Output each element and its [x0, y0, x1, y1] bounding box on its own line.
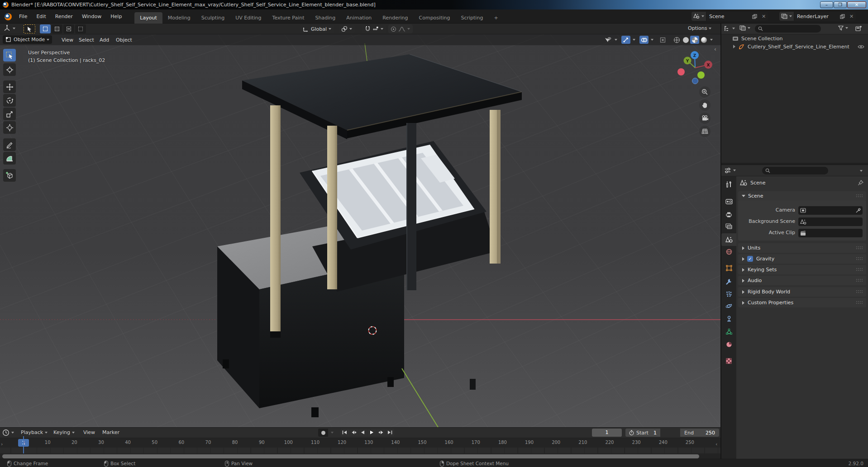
tab-modifiers[interactable] [721, 275, 736, 288]
add-workspace-button[interactable]: + [488, 12, 503, 24]
tab-physics[interactable] [721, 300, 736, 312]
outliner-search-input[interactable] [755, 25, 821, 33]
tab-particles[interactable] [721, 288, 736, 300]
tab-constraints[interactable] [721, 312, 736, 325]
background-scene-field[interactable] [798, 217, 863, 226]
tool-cursor[interactable] [3, 63, 16, 76]
select-mode-set[interactable] [40, 24, 51, 33]
viewport-menu-view[interactable]: View [58, 34, 77, 45]
next-keyframe-button[interactable] [377, 429, 385, 436]
outliner-filter-button[interactable] [838, 25, 848, 31]
workspace-tab-rendering[interactable]: Rendering [377, 12, 413, 24]
pan-hand-icon[interactable] [699, 99, 711, 111]
close-button[interactable]: ✕ [847, 1, 866, 8]
tab-scene[interactable] [721, 233, 736, 246]
sidebar-toggle-arrow[interactable]: ‹ [714, 46, 716, 52]
tab-view-layer[interactable] [721, 220, 736, 232]
workspace-tab-shading[interactable]: Shading [310, 12, 341, 24]
timeline-left-collapse-arrow[interactable]: › [1, 441, 3, 447]
zoom-icon[interactable] [699, 86, 711, 98]
editor-type-button[interactable] [3, 24, 15, 32]
timeline-scrollbar-thumb[interactable] [2, 454, 699, 458]
show-object-types-icon[interactable] [603, 36, 612, 44]
tool-scale[interactable] [3, 108, 16, 120]
view-layer-name[interactable]: RenderLayer [794, 12, 838, 21]
scene-name[interactable]: Scene [706, 12, 750, 21]
blender-logo-icon[interactable] [5, 13, 12, 20]
menu-window[interactable]: Window [77, 9, 106, 24]
scene-selector-icon[interactable] [692, 12, 706, 21]
snap-dropdown[interactable] [362, 24, 386, 33]
workspace-tab-texture-paint[interactable]: Texture Paint [267, 12, 310, 24]
menu-edit[interactable]: Edit [32, 9, 50, 24]
maximize-button[interactable]: ❐ [834, 1, 847, 8]
panel-header-scene[interactable]: Scene [738, 191, 866, 201]
viewport-menu-select[interactable]: Select [75, 34, 98, 45]
workspace-tab-animation[interactable]: Animation [341, 12, 377, 24]
minimize-button[interactable]: – [820, 1, 833, 8]
transform-orientation-dropdown[interactable]: Global [300, 24, 334, 33]
tab-texture[interactable] [721, 354, 736, 367]
tab-object[interactable] [721, 262, 736, 274]
tool-transform[interactable] [3, 121, 16, 134]
tool-move[interactable] [3, 80, 16, 93]
properties-options-dropdown[interactable] [860, 170, 863, 172]
outliner-display-mode-button[interactable] [739, 25, 750, 31]
tool-rotate[interactable] [3, 94, 16, 107]
workspace-tab-scripting[interactable]: Scripting [455, 12, 488, 24]
play-reverse-button[interactable] [358, 429, 367, 436]
perspective-toggle-icon[interactable] [699, 126, 711, 137]
navigation-gizmo[interactable]: Z Y X [670, 34, 720, 93]
panel-header-custom-properties[interactable]: Custom Properties [738, 298, 866, 307]
frame-start-field[interactable]: Start 1 [625, 429, 660, 437]
tab-output[interactable] [721, 208, 736, 221]
select-mode-subtract[interactable] [63, 24, 74, 33]
new-collection-button[interactable] [855, 25, 862, 32]
timeline-menu-marker[interactable]: Marker [102, 429, 119, 435]
prev-keyframe-button[interactable] [349, 429, 358, 436]
frame-end-field[interactable]: End 250 [680, 429, 719, 437]
scene-copy-icon[interactable] [750, 12, 759, 21]
view-layer-selector-icon[interactable] [779, 12, 794, 21]
viewport-menu-add[interactable]: Add [96, 34, 113, 45]
tool-measure[interactable] [3, 152, 16, 165]
tab-world[interactable] [721, 245, 736, 258]
properties-search-input[interactable] [762, 167, 828, 175]
timeline-channel-strip[interactable] [0, 448, 720, 453]
active-clip-field[interactable] [798, 229, 863, 237]
jump-to-start-button[interactable] [340, 429, 349, 436]
3d-scene[interactable] [0, 34, 720, 427]
select-mode-invert[interactable] [75, 24, 86, 33]
gizmos-toggle-icon[interactable] [621, 36, 630, 44]
panel-expand-arrow[interactable] [742, 195, 745, 197]
visibility-eye-icon[interactable] [858, 44, 864, 49]
model-tabletop[interactable] [242, 54, 522, 139]
pin-icon[interactable] [858, 180, 863, 186]
menu-file[interactable]: File [14, 9, 32, 24]
camera-view-icon[interactable] [699, 113, 711, 124]
xray-toggle-icon[interactable] [658, 36, 667, 44]
pivot-point-dropdown[interactable] [339, 24, 355, 33]
workspace-tab-uv-editing[interactable]: UV Editing [230, 12, 267, 24]
outliner-row-scene-collection[interactable]: Scene Collection [721, 34, 868, 42]
viewport-3d[interactable]: Object Mode View Select Add Object [0, 34, 720, 427]
menu-help[interactable]: Help [106, 9, 126, 24]
workspace-tab-modeling[interactable]: Modeling [162, 12, 196, 24]
panel-header-rigid-body-world[interactable]: Rigid Body World [738, 287, 866, 297]
playhead-line[interactable] [23, 436, 24, 453]
panel-header-keying-sets[interactable]: Keying Sets [738, 265, 866, 274]
play-button[interactable] [367, 429, 376, 436]
options-dropdown[interactable]: Options [688, 25, 711, 31]
mode-dropdown[interactable]: Object Mode [3, 35, 52, 44]
tab-object-data[interactable] [721, 325, 736, 338]
gizmo-z-neg-axis[interactable] [692, 78, 698, 84]
menu-render[interactable]: Render [51, 9, 77, 24]
proportional-editing-dropdown[interactable] [388, 24, 413, 33]
workspace-tab-sculpting[interactable]: Sculpting [196, 12, 230, 24]
properties-editor-type-button[interactable] [724, 167, 736, 174]
tab-tool[interactable] [721, 178, 736, 190]
camera-field[interactable] [798, 206, 863, 215]
outliner-editor-type-button[interactable] [724, 25, 735, 32]
outliner-row-object[interactable]: Cutlery_Shelf_Self_Service_Line_Element [721, 42, 868, 51]
timeline-menu-playback[interactable]: Playback [21, 429, 48, 435]
